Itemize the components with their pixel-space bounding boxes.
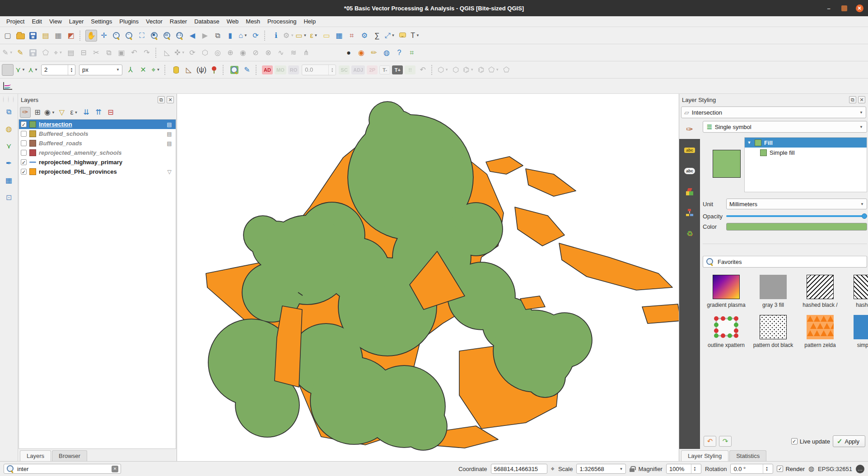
layer-visibility-checkbox[interactable]: ✓ (21, 159, 27, 165)
clear-search-icon[interactable]: ✕ (112, 466, 118, 472)
gps-tool-button[interactable]: (ψ) (196, 64, 207, 76)
delete-ring-button[interactable]: ⊘ (250, 47, 261, 59)
chevron-down-icon[interactable]: ▼ (495, 68, 499, 72)
render-checkbox[interactable]: ✓ Render (777, 466, 805, 472)
tab-symbology[interactable]: ✑ (679, 119, 700, 139)
layer-visibility-checkbox[interactable]: ✓ (21, 121, 27, 127)
fill-ring-button[interactable]: ◉ (237, 47, 249, 59)
toggle-editing-button[interactable]: ✎ (14, 47, 26, 59)
map-edit-plugin-button[interactable]: ✎ (241, 64, 253, 76)
new-virtual-layer-button[interactable]: ⊡ (2, 191, 16, 204)
layer-row-reprojected_phl_provinces[interactable]: ✓reprojected_PHL_provinces▽ (19, 167, 176, 176)
snapping-mode-button[interactable]: ⋎▼ (14, 64, 26, 76)
magnifier-spinbox[interactable]: 100% ▲▼ (666, 464, 701, 474)
symbol-tree-simple-fill-row[interactable]: Simple fill (745, 148, 867, 157)
label-mo[interactable]: MO (275, 65, 286, 74)
tab-masks[interactable]: abc (683, 165, 696, 177)
symbol-type-select[interactable]: ☰ Single symbol ▼ (703, 121, 867, 133)
plot-tool-button[interactable] (2, 80, 14, 92)
zoom-to-selection-button[interactable]: ▣ (149, 30, 160, 42)
symbol-hashed-black-[interactable]: hashed black / (797, 275, 844, 309)
mesh-tool-button[interactable]: ⬠▼ (488, 64, 499, 76)
network-tool-2-button[interactable]: ⌬ (475, 64, 487, 76)
copy-features-button[interactable]: ⧉ (103, 47, 115, 59)
search-plugin-button[interactable] (229, 64, 240, 76)
layer-visibility-checkbox[interactable] (21, 131, 27, 137)
label-ad[interactable]: AD (262, 65, 273, 74)
web-globe-button[interactable]: ◍ (381, 47, 392, 59)
offset-curve-button[interactable]: ≋ (288, 47, 299, 59)
deselect-features-button[interactable]: ▭ (321, 30, 332, 42)
paste-features-button[interactable]: ▣ (116, 47, 127, 59)
help-contents-button[interactable]: ? (393, 47, 405, 59)
locator-search-input[interactable]: inter ✕ (4, 464, 121, 474)
menu-processing[interactable]: Processing (264, 17, 300, 26)
expand-all-button[interactable]: ⇊ (81, 107, 92, 118)
new-temporary-scratch-layer-button[interactable]: ▦ (2, 174, 16, 187)
chevron-down-icon[interactable]: ▼ (116, 68, 120, 72)
chevron-down-icon[interactable]: ▼ (314, 33, 318, 37)
bearing-tool-button[interactable]: ◺ (183, 64, 195, 76)
menu-settings[interactable]: Settings (87, 17, 116, 26)
menu-database[interactable]: Database (191, 17, 223, 26)
zoom-to-layer-button[interactable]: ▤ (161, 30, 173, 42)
slider-handle[interactable] (862, 213, 867, 219)
menu-project[interactable]: Project (3, 17, 28, 26)
menu-raster[interactable]: Raster (166, 17, 191, 26)
label-t-plus[interactable]: T+ (392, 65, 403, 74)
rotation-spinbox[interactable]: 0.0 ° ▲▼ (730, 464, 773, 474)
open-layer-styling-button[interactable]: ✑ (20, 107, 31, 118)
chevron-down-icon[interactable]: ▼ (290, 33, 294, 37)
save-layer-edits-button[interactable] (27, 47, 39, 59)
layer-row-intersection[interactable]: ✓Intersection▤ (19, 120, 176, 129)
crs-value[interactable]: EPSG:32651 (818, 466, 852, 472)
spatial-bookmarks-button[interactable]: ⌂▼ (237, 30, 249, 42)
vertex-tool-button[interactable]: ⌖▼ (52, 47, 64, 59)
add-polygon-feature-button[interactable]: ⬠ (40, 47, 51, 59)
chevron-down-icon[interactable]: ▼ (470, 68, 474, 72)
select-by-expression-button[interactable]: ε▼ (308, 30, 320, 42)
text-annotation-button[interactable]: T▼ (409, 30, 421, 42)
minimize-button[interactable]: – (825, 4, 833, 12)
styling-panel-close-icon[interactable]: ✕ (858, 96, 865, 103)
data-source-manager-button[interactable]: ⧉ (2, 106, 16, 118)
manage-map-themes-button[interactable]: ◉▼ (44, 107, 55, 118)
tab-layer-styling[interactable]: Layer Styling (681, 450, 728, 461)
expand-arrow-icon[interactable]: ▼ (747, 140, 752, 145)
map-canvas[interactable] (177, 94, 679, 461)
menu-help[interactable]: Help (300, 17, 319, 26)
chevron-down-icon[interactable]: ▼ (391, 33, 395, 37)
select-features-button[interactable]: ▭▼ (295, 30, 307, 42)
chevron-down-icon[interactable]: ▼ (157, 68, 160, 72)
menu-layer[interactable]: Layer (65, 17, 88, 26)
tab-history[interactable]: ♻ (683, 227, 696, 239)
rotate-feature-button[interactable]: ⟳ (187, 47, 198, 59)
label-ro[interactable]: RO (288, 65, 299, 74)
menu-mesh[interactable]: Mesh (242, 17, 264, 26)
fill-color-button[interactable] (726, 223, 867, 231)
symbol-pattern-dot-black[interactable]: pattern dot black (750, 315, 797, 349)
chevron-down-icon[interactable]: ▼ (303, 33, 307, 37)
spin-arrows[interactable]: ▲▼ (763, 464, 770, 473)
spin-arrows[interactable]: ▲▼ (328, 65, 336, 75)
layer-visibility-checkbox[interactable] (21, 150, 27, 156)
symbol-simple-b[interactable]: simple b (844, 315, 868, 349)
snapping-type-button[interactable]: ⋏▼ (27, 64, 39, 76)
add-ring-button[interactable]: ◎ (212, 47, 224, 59)
advanced-digitizing-button[interactable]: ◺ (161, 47, 173, 59)
new-3d-map-view-button[interactable]: ▮ (224, 30, 236, 42)
lock-scale-icon[interactable] (630, 468, 635, 472)
toggle-extents-icon[interactable]: ⌖ (551, 465, 555, 473)
remove-layer-button[interactable]: ⊟ (105, 107, 116, 118)
save-project-button[interactable] (27, 30, 39, 42)
filter-legend-button[interactable]: ▽ (56, 107, 67, 118)
tab-statistics[interactable]: Statistics (729, 450, 766, 461)
pan-map-button[interactable]: ✋ (85, 30, 97, 42)
spin-arrows[interactable]: ▲▼ (691, 464, 698, 473)
add-group-button[interactable]: ⊞ (32, 107, 43, 118)
layer-row-buffered_roads[interactable]: Buffered_roads▤ (19, 139, 176, 148)
menu-vector[interactable]: Vector (142, 17, 166, 26)
move-feature-button[interactable]: ✜▼ (174, 47, 186, 59)
zoom-native-button[interactable]: 1:1 (174, 30, 186, 42)
zoom-out-button[interactable]: − (123, 30, 135, 42)
